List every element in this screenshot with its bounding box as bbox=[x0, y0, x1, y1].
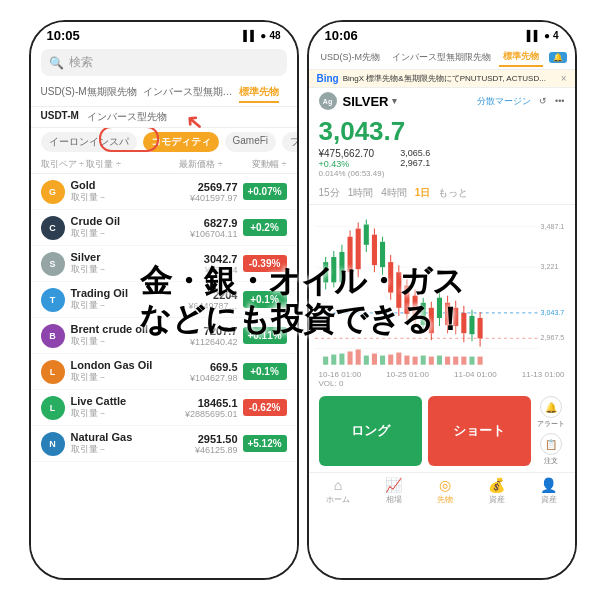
time-4h[interactable]: 4時間 bbox=[381, 186, 407, 200]
nav-market[interactable]: 📈 相場 bbox=[385, 477, 402, 505]
commodity-price: 7207.7 ¥112640.42 bbox=[168, 325, 238, 347]
side-icons: 🔔 アラート 📋 注文 bbox=[537, 396, 565, 466]
sub-tab-usdtm[interactable]: USDT-M bbox=[41, 110, 79, 124]
svg-rect-51 bbox=[445, 303, 450, 325]
assets-icon: 💰 bbox=[488, 477, 505, 493]
commodity-icon: T bbox=[41, 288, 65, 312]
tab-standard[interactable]: 標準先物 bbox=[239, 83, 279, 103]
cat-fanto[interactable]: ファントーク bbox=[282, 132, 296, 152]
profile-icon: 👤 bbox=[540, 477, 557, 493]
commodity-sub: 取引量－ bbox=[71, 227, 168, 240]
column-headers: 取引ペア ÷ 取引量 ÷ 最新価格 ÷ 変動幅 ÷ bbox=[31, 156, 297, 174]
commodity-item[interactable]: C Crude Oil 取引量－ 6827.9 ¥106704.11 +0.2% bbox=[31, 210, 297, 246]
svg-rect-83 bbox=[461, 357, 466, 365]
time-15m[interactable]: 15分 bbox=[319, 186, 340, 200]
open-interest: 0.014% (06:53.49) bbox=[319, 169, 385, 178]
nav-profile-label: 資産 bbox=[541, 494, 557, 505]
commodity-name: Crude Oil bbox=[71, 215, 168, 227]
commodity-price: 2569.77 ¥401597.97 bbox=[168, 181, 238, 203]
more-icon[interactable]: ••• bbox=[555, 96, 564, 106]
commodity-info: Gold 取引量－ bbox=[71, 179, 168, 204]
short-button[interactable]: ショート bbox=[428, 396, 531, 466]
svg-rect-63 bbox=[477, 318, 482, 338]
phone-right: 10:06 ▌▌ ● 4 USD(S)-M先物 インバース型無期限先物 標準先物… bbox=[307, 20, 577, 580]
commodity-item[interactable]: S Silver 取引量－ 3042.7 ¥1506.4 -0.39% bbox=[31, 246, 297, 282]
nav-home-label: ホーム bbox=[326, 494, 350, 505]
price-change-badge: +0.11% bbox=[243, 327, 287, 344]
price-value: 2951.50 bbox=[168, 433, 238, 445]
symbol-label[interactable]: SILVER ▾ bbox=[343, 94, 397, 109]
time-more[interactable]: もっと bbox=[438, 186, 468, 200]
commodity-name: Gold bbox=[71, 179, 168, 191]
p2-top-tabs: USD(S)-M先物 インバース型無期限先物 標準先物 🔔 bbox=[309, 45, 575, 70]
order-icon-item[interactable]: 📋 注文 bbox=[540, 433, 562, 466]
nav-assets[interactable]: 💰 資産 bbox=[488, 477, 505, 505]
svg-rect-70 bbox=[355, 349, 360, 364]
svg-rect-30 bbox=[388, 262, 393, 292]
price-value: 7207.7 bbox=[168, 325, 238, 337]
p2-tab-inverse[interactable]: インバース型無期限先物 bbox=[388, 49, 495, 66]
price-jpy: ¥401597.97 bbox=[168, 193, 238, 203]
svg-rect-60 bbox=[469, 316, 474, 334]
bell-icon: 🔔 bbox=[540, 396, 562, 418]
svg-rect-12 bbox=[339, 252, 344, 282]
price-change-badge: +5.12% bbox=[243, 435, 287, 452]
commodity-item[interactable]: G Gold 取引量－ 2569.77 ¥401597.97 +0.07% bbox=[31, 174, 297, 210]
svg-rect-9 bbox=[331, 257, 336, 282]
close-icon[interactable]: × bbox=[561, 73, 567, 84]
svg-text:3,487.1: 3,487.1 bbox=[540, 223, 564, 231]
commodity-price: 3042.7 ¥1506.4 bbox=[168, 253, 238, 275]
long-button[interactable]: ロング bbox=[319, 396, 422, 466]
svg-rect-69 bbox=[347, 352, 352, 365]
commodity-list: G Gold 取引量－ 2569.77 ¥401597.97 +0.07% C … bbox=[31, 174, 297, 462]
refresh-icon[interactable]: ↺ bbox=[539, 96, 547, 106]
silver-header: Ag SILVER ▾ 分散マージン ↺ ••• bbox=[309, 88, 575, 114]
commodity-price: 6827.9 ¥106704.11 bbox=[168, 217, 238, 239]
svg-rect-39 bbox=[412, 296, 417, 316]
price-jpy: ¥475,662.70 bbox=[319, 148, 385, 159]
nav-futures[interactable]: ◎ 先物 bbox=[437, 477, 453, 505]
header-actions: 分散マージン ↺ ••• bbox=[477, 95, 564, 108]
tab-inverse[interactable]: インバース型無期… bbox=[143, 83, 233, 103]
search-bar[interactable]: 🔍 検索 bbox=[41, 49, 287, 76]
margin-action[interactable]: 分散マージン bbox=[477, 95, 531, 108]
candlestick-chart: 3,487.1 3,221 3,043.7 2,967.5 bbox=[315, 205, 569, 370]
alert-label: アラート bbox=[537, 419, 565, 429]
price-change-badge: +0.2% bbox=[243, 219, 287, 236]
commodity-item[interactable]: L Live Cattle 取引量－ 18465.1 ¥2885695.01 -… bbox=[31, 390, 297, 426]
price-low: 2,967.1 bbox=[400, 158, 430, 168]
svg-rect-45 bbox=[428, 308, 433, 333]
commodity-item[interactable]: T Trading Oil 取引量－ 2204 ¥6449787… +0.1% bbox=[31, 282, 297, 318]
svg-rect-57 bbox=[461, 313, 466, 333]
svg-rect-77 bbox=[412, 357, 417, 365]
promo-banner[interactable]: Bing BingX 標準先物&無期限先物にてPNUTUSDT, ACTUSD.… bbox=[309, 70, 575, 88]
sub-tab-inverse[interactable]: インバース型先物 bbox=[87, 110, 167, 124]
price-jpy: ¥104627.98 bbox=[168, 373, 238, 383]
commodity-sub: 取引量－ bbox=[71, 299, 168, 312]
svg-rect-66 bbox=[323, 357, 328, 365]
commodity-item[interactable]: L London Gas Oil 取引量－ 669.5 ¥104627.98 +… bbox=[31, 354, 297, 390]
commodity-name: Brent crude oil bbox=[71, 323, 168, 335]
trade-buttons: ロング ショート 🔔 アラート 📋 注文 bbox=[309, 390, 575, 472]
alert-icon-item[interactable]: 🔔 アラート bbox=[537, 396, 565, 429]
nav-futures-label: 先物 bbox=[437, 494, 453, 505]
battery-icon-r: 4 bbox=[553, 30, 559, 41]
commodity-item[interactable]: N Natural Gas 取引量－ 2951.50 ¥46125.89 +5.… bbox=[31, 426, 297, 462]
commodity-item[interactable]: B Brent crude oil 取引量－ 7207.7 ¥112640.42… bbox=[31, 318, 297, 354]
time-1h[interactable]: 1時間 bbox=[348, 186, 374, 200]
cat-gamefi[interactable]: GameFi bbox=[225, 132, 277, 152]
p2-tab-usdt[interactable]: USD(S)-M先物 bbox=[317, 49, 385, 66]
nav-profile[interactable]: 👤 資産 bbox=[540, 477, 557, 505]
current-price: 3,043.7 bbox=[319, 116, 565, 147]
svg-rect-85 bbox=[477, 357, 482, 365]
time-1d[interactable]: 1日 bbox=[415, 186, 431, 200]
price-high: 3,065.6 bbox=[400, 148, 430, 158]
status-bar-right: 10:06 ▌▌ ● 4 bbox=[309, 22, 575, 45]
p2-tab-standard[interactable]: 標準先物 bbox=[499, 48, 543, 67]
nav-home[interactable]: ⌂ ホーム bbox=[326, 477, 350, 505]
tab-usdt-m[interactable]: USD(S)-M無期限先物 bbox=[41, 83, 137, 103]
commodity-icon: N bbox=[41, 432, 65, 456]
price-jpy: ¥112640.42 bbox=[168, 337, 238, 347]
price-value: 2204 bbox=[168, 289, 238, 301]
commodity-info: Natural Gas 取引量－ bbox=[71, 431, 168, 456]
